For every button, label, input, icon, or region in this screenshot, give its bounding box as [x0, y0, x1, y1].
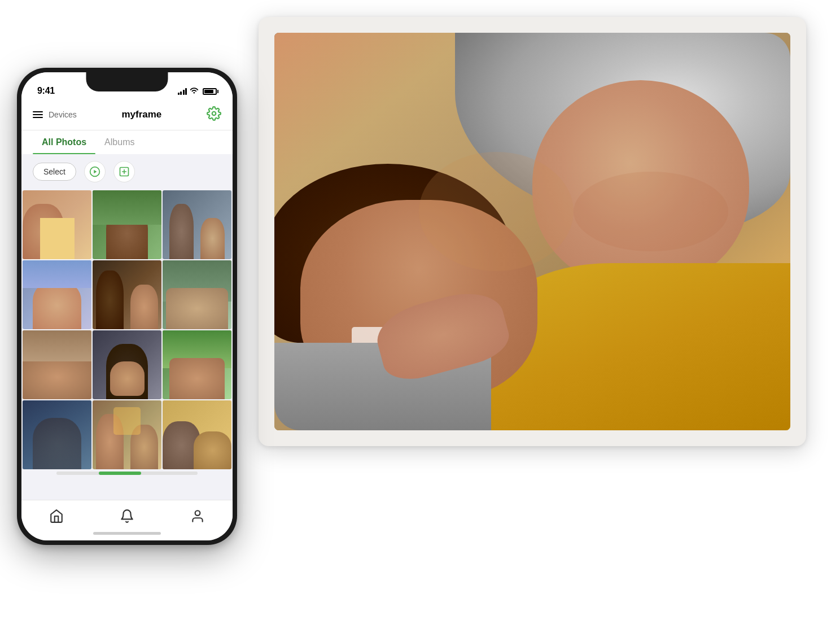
menu-line-1 [33, 111, 43, 112]
svg-point-0 [212, 112, 216, 116]
devices-label[interactable]: Devices [49, 110, 77, 119]
scroll-indicator [56, 472, 198, 475]
photo-grid[interactable] [21, 189, 233, 500]
play-slideshow-button[interactable] [84, 161, 106, 182]
notch [86, 72, 168, 91]
photo-thumb-6[interactable] [163, 260, 231, 329]
photo-row-1 [23, 190, 231, 259]
photo-thumb-11[interactable] [93, 400, 161, 469]
menu-line-3 [33, 117, 43, 118]
thumb-inner-1 [23, 190, 91, 259]
frame-inner [274, 33, 790, 430]
photo-thumb-9[interactable] [163, 330, 231, 399]
photo-thumb-2[interactable] [93, 190, 161, 259]
signal-bar-4 [185, 88, 187, 95]
thumb-inner-7 [23, 330, 91, 399]
scene: 9:41 [0, 0, 840, 624]
frame-photo-display [274, 33, 790, 430]
add-photo-button[interactable] [113, 161, 135, 182]
frame-name: myframe [121, 109, 161, 120]
app-header: Devices myframe [21, 101, 233, 130]
thumb-inner-12 [163, 400, 231, 469]
photo-row-4 [23, 400, 231, 469]
select-button[interactable]: Select [33, 163, 76, 181]
photo-thumb-1[interactable] [23, 190, 91, 259]
status-icons [178, 87, 217, 96]
photo-row-3 [23, 330, 231, 399]
tab-albums[interactable]: Albums [95, 130, 143, 154]
signal-bar-1 [178, 93, 180, 95]
tab-all-photos[interactable]: All Photos [33, 130, 95, 154]
menu-icon[interactable] [33, 111, 43, 118]
thumb-inner-10 [23, 400, 91, 469]
photo-thumb-10[interactable] [23, 400, 91, 469]
photo-row-2 [23, 260, 231, 329]
battery-icon [203, 88, 217, 95]
signal-bars-icon [178, 88, 187, 95]
settings-button[interactable] [207, 106, 221, 123]
photo-thumb-3[interactable] [163, 190, 231, 259]
photo-thumb-5[interactable] [93, 260, 161, 329]
toolbar: Select [21, 154, 233, 189]
face-touching-area [419, 152, 574, 271]
nav-notifications[interactable] [108, 504, 146, 528]
thumb-inner-5 [93, 260, 161, 329]
signal-bar-2 [180, 91, 182, 95]
thumb-inner-6 [163, 260, 231, 329]
grandma-cheek [574, 172, 728, 251]
scroll-indicator-row [23, 470, 231, 478]
photo-thumb-8[interactable] [93, 330, 161, 399]
thumb-inner-9 [163, 330, 231, 399]
photo-thumb-12[interactable] [163, 400, 231, 469]
status-time: 9:41 [37, 86, 55, 96]
phone: 9:41 [17, 68, 237, 545]
tabs: All Photos Albums [21, 130, 233, 154]
svg-marker-2 [94, 170, 97, 174]
nav-profile[interactable] [179, 504, 216, 528]
header-left: Devices [33, 110, 77, 119]
photo-thumb-4[interactable] [23, 260, 91, 329]
svg-point-7 [195, 510, 200, 516]
phone-screen: 9:41 [21, 72, 233, 540]
battery-fill [204, 90, 213, 93]
signal-bar-3 [183, 90, 185, 95]
thumb-inner-3 [163, 190, 231, 259]
thumb-inner-2 [93, 190, 161, 259]
frame-photo-content [274, 33, 790, 430]
wifi-icon [190, 87, 199, 96]
thumb-inner-11 [93, 400, 161, 469]
menu-line-2 [33, 114, 43, 115]
thumb-inner-8 [93, 330, 161, 399]
scroll-thumb [99, 472, 141, 475]
digital-photo-frame [259, 17, 806, 446]
photo-thumb-7[interactable] [23, 330, 91, 399]
nav-home[interactable] [38, 504, 75, 528]
home-indicator [93, 532, 161, 535]
thumb-inner-4 [23, 260, 91, 329]
